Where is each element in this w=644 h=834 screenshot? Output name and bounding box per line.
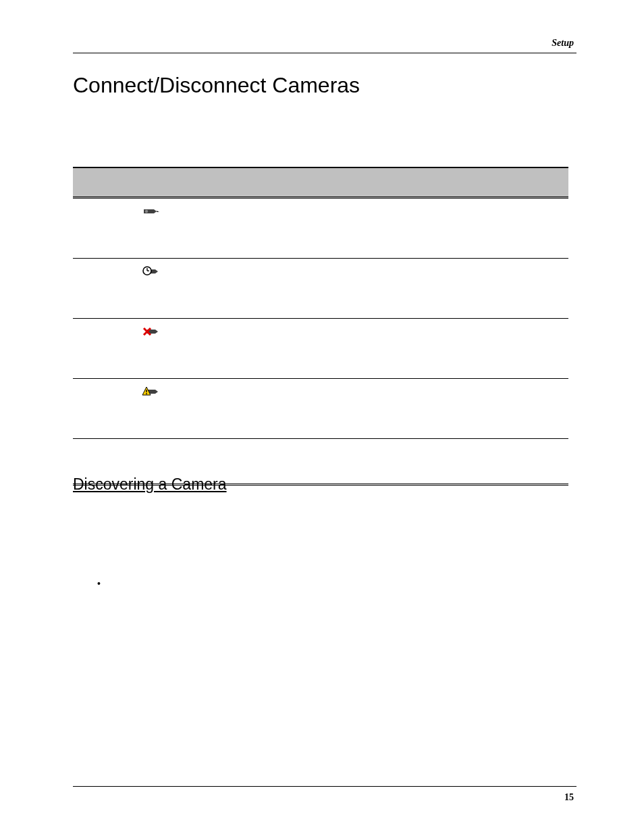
- page-number: 15: [564, 792, 574, 803]
- table-row: [73, 199, 568, 259]
- page-title: Connect/Disconnect Cameras: [73, 73, 360, 98]
- header-divider: [73, 53, 576, 53]
- table-header-desc: [228, 168, 568, 197]
- table-row: [73, 379, 568, 439]
- section-subheading: Discovering a Camera: [73, 475, 227, 494]
- camera-disconnected-icon: [140, 324, 161, 342]
- section-label: Setup: [552, 38, 574, 49]
- camera-warning-icon: [140, 384, 161, 402]
- table-row: [73, 259, 568, 319]
- table-header-icon: [73, 168, 228, 197]
- camera-connected-icon: [140, 204, 161, 221]
- camera-clock-icon: [140, 264, 161, 282]
- svg-point-7: [146, 393, 147, 394]
- footer-divider: [73, 786, 576, 787]
- table-header-row: [73, 168, 568, 199]
- bullet-point: •: [97, 578, 101, 589]
- icon-table: [73, 167, 568, 486]
- table-row: [73, 319, 568, 379]
- svg-point-0: [145, 210, 148, 213]
